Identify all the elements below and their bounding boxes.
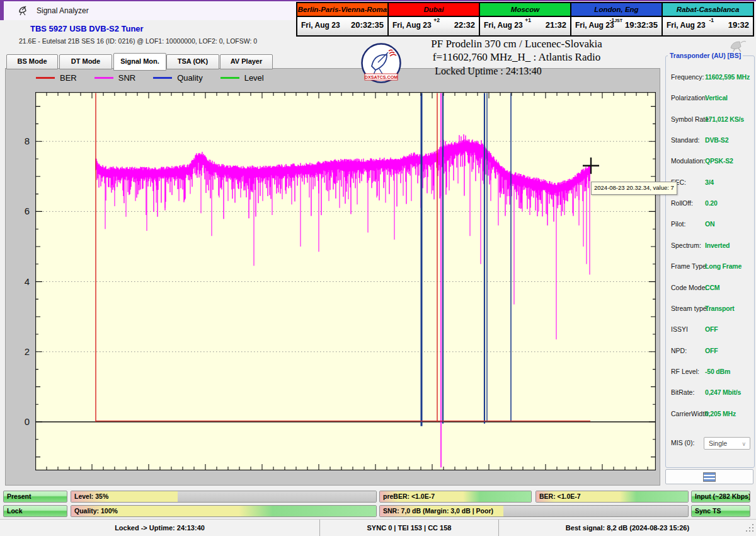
clock-display: Fri, Aug 23-1JST19:32:35 [571,17,662,35]
site-title: PF Prodelin 370 cm / Lucenec-Slovakia [353,38,680,50]
clock-0: Berlin-Paris-Vienna-RomaFri, Aug 2320:32… [297,3,387,35]
transponder-row-label: Standard: [671,136,700,144]
meter-label: BER: <1.0E-7 [539,491,581,502]
meter-3: BER: <1.0E-7 [536,491,689,503]
clock-city-label: Rabat-Casablanca [663,3,753,17]
meter-1: Level: 35% [71,491,377,503]
legend-line-quality [153,77,172,79]
clock-date: Fri, Aug 23 [575,21,614,30]
clock-offset-value: +1 [525,17,531,23]
meter-label: Sync TS [695,506,721,516]
stream-list-button[interactable] [665,469,753,484]
transponder-groupbox: Frequency:11602,595 MHzPolarization:Vert… [665,55,755,468]
app-dish-icon [18,5,29,16]
transponder-row-label: Spectrum: [671,242,701,249]
transponder-row-value: QPSK-S2 [705,157,753,165]
window-title: Signal Analyzer [37,6,89,15]
clock-time: 22:32 [454,20,475,30]
meter-label: Input (~282 Kbps) [695,491,750,502]
clock-utc-offset: +1 [525,18,531,23]
legend-label: SNR [118,73,135,83]
clock-display: Fri, Aug 23-119:32 [663,17,753,35]
y-tick-label: 6 [11,206,30,216]
transponder-row-value: ON [705,220,753,228]
frequency-title: f=11602,760 MHz_H_ : Atlantis Radio [353,51,680,64]
clock-time: 20:32:35 [351,20,384,30]
transponder-row-value: CCM [705,284,753,291]
resize-grip[interactable] [746,524,755,533]
transponder-row-value: 171,012 KS/s [705,115,753,123]
transponder-row-label: BitRate: [671,388,694,396]
y-tick-label: 4 [11,276,30,287]
transponder-row-value: -50 dBm [705,368,753,375]
mis-dropdown[interactable]: Single∨ [704,437,750,450]
legend-label: BER [60,73,77,83]
chart-legend: BERSNRQualityLevel [36,73,282,83]
transponder-row-value: OFF [705,347,753,354]
clock-city-label: Dubai [389,3,479,17]
status-bar: Locked -> Uptime: 24:13:40SYNC 0 | TEI 1… [0,519,756,536]
clock-time: 21:32 [546,20,566,30]
status-segment-0: Locked -> Uptime: 24:13:40 [0,520,320,536]
clock-time: 19:32 [728,20,749,30]
meter-5: Lock [3,505,67,517]
legend-line-level [220,77,239,79]
legend-label: Level [244,73,264,83]
clock-date: Fri, Aug 23 [301,21,340,30]
clock-utc-offset: +2 [433,18,440,23]
clock-city-label: London, Eng [571,3,662,17]
meter-0: Present [3,491,67,503]
clock-utc-offset: -1JST [610,18,622,23]
device-name: TBS 5927 USB DVB-S2 Tuner [30,24,144,33]
meter-label: Present [7,491,32,502]
clock-date: Fri, Aug 23 [667,21,706,30]
transponder-row-value: Inverted [705,242,753,249]
clock-date: Fri, Aug 23 [392,21,432,30]
world-clocks: Berlin-Paris-Vienna-RomaFri, Aug 2320:32… [296,2,754,37]
transponder-row-label: Stream type: [671,305,709,312]
clock-city-label: Berlin-Paris-Vienna-Roma [297,3,387,17]
transponder-row-value: 0,247 Mbit/s [705,388,753,396]
cursor-tooltip: 2024-08-23 20.32.34, value: 7 [591,182,677,195]
status-segment-1: SYNC 0 | TEI 153 | CC 158 [320,520,499,536]
meter-label: Quality: 100% [74,506,118,516]
transponder-row-label: RollOff: [671,199,693,207]
tab-signal-mon-[interactable]: Signal Mon. [113,53,166,71]
clock-date: Fri, Aug 23 [484,21,523,30]
meter-label: preBER: <1.0E-7 [383,491,435,502]
y-tick-label: 0 [11,416,30,427]
clock-display: Fri, Aug 2320:32:35 [297,17,387,35]
tab-av-player[interactable]: AV Player [220,54,273,69]
transponder-row-label: Modulation: [671,157,705,165]
clock-2: MoscowFri, Aug 23+121:32 [480,3,570,35]
clock-3: London, EngFri, Aug 23-1JST19:32:35 [571,3,662,35]
transponder-row-label: Pilot: [671,220,685,228]
meter-8: Sync TS [691,505,750,517]
clock-4: Rabat-CasablancaFri, Aug 23-119:32 [663,3,753,35]
chart-panel: BERSNRQualityLevel 86420 [5,68,660,486]
transponder-row-label: Frequency: [671,73,704,81]
transponder-title: Transponder (AU) [BS] [668,52,743,59]
transponder-row-label: ISSYI [671,325,688,333]
transponder-row-value: DVB-S2 [705,136,753,144]
transponder-row-label: NPD: [671,347,687,354]
transponder-row-value: Long Frame [705,262,753,270]
tab-bs-mode[interactable]: BS Mode [6,54,58,69]
signal-plot[interactable] [35,92,656,470]
dxsatcs-logo: DXSATCS.COM [360,42,402,84]
transponder-row-value: 0,205 MHz [705,410,753,417]
transponder-row-value: Vertical [705,94,753,102]
transponder-row-label: Code Mode: [671,284,707,291]
meter-label: SNR: 7,0 dB (Margin: 3,0 dB | Poor) [383,506,493,516]
mis-label: MIS (0): [671,439,694,446]
transponder-row-label: CarrierWidth: [671,410,710,417]
tab-tsa-ok-[interactable]: TSA (OK) [166,54,219,69]
legend-label: Quality [177,73,202,83]
signal-analyzer-window: Signal Analyzer TBS 5927 USB DVB-S2 Tune… [0,0,756,536]
legend-line-ber [36,77,55,79]
meter-4: Input (~282 Kbps) [691,491,750,503]
device-info: 21.6E - Eutelsat 21B SES 16 (ID: 0216) @… [19,37,257,45]
mis-selected-value: Single [709,440,727,447]
y-tick-label: 8 [11,136,30,146]
tab-dt-mode[interactable]: DT Mode [59,54,112,69]
